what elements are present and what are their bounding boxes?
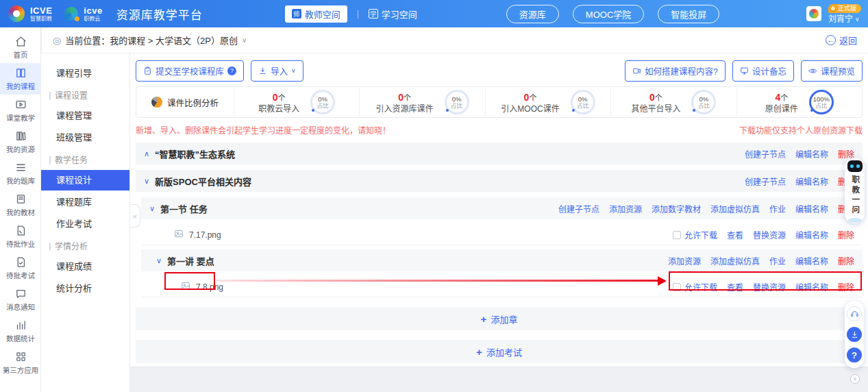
chevron-down-icon[interactable]: ∨ [156,256,162,265]
how-to-build-content-button[interactable]: 如何搭建课程内容? [625,60,726,82]
sidebar-item-home[interactable]: 首页 [0,32,41,63]
sidebar-item-pending-exams[interactable]: 待批考试 [0,252,41,284]
delete-link[interactable]: 删除 [838,255,854,267]
breadcrumb[interactable]: 我的课程 > 大学语文（2P）原创 [110,34,238,47]
sidebar-item-classroom-teaching[interactable]: 课堂教学 [0,95,41,126]
submit-to-school-library-button[interactable]: 提交至学校课程库 ? [136,60,244,82]
chevron-down-icon[interactable]: ∨ [242,36,247,44]
edit-name-link[interactable]: 编辑名称 [795,281,828,293]
add-resource-link[interactable]: 添加资源 [609,203,642,215]
homework-link[interactable]: 作业 [769,203,786,215]
location-pin-icon: ◎ [53,35,61,46]
sidebar-collapse-button[interactable]: « [130,204,140,228]
header-quick-links: 资源库 MOOC学院 智能投屏 [506,5,719,23]
mooc-college-button[interactable]: MOOC学院 [573,5,644,23]
teacher-space-icon: 师 [292,9,301,19]
eye-icon [808,66,817,75]
student-space-label: 学习空间 [382,8,417,21]
floating-action-stack: ? [845,301,864,368]
submenu-course-design[interactable]: 课程设计 [41,170,129,191]
stat-cell-resource-lib: 0个 引入资源库课件 0% 占比 [359,87,484,117]
stat-cell-other-platform: 0个 其他平台导入 0% 占比 [610,87,736,117]
smart-cast-button[interactable]: 智能投屏 [658,5,719,23]
submenu-course-question-bank[interactable]: 课程题库 [41,192,129,212]
checkbox-icon [673,283,681,291]
close-floating-button[interactable]: × [850,374,860,384]
design-memo-button[interactable]: 设计备忘 [732,60,794,82]
image-file-icon [174,229,184,241]
delete-link[interactable]: 删除 [838,281,854,293]
subsection-title: 第一讲 要点 [167,254,214,267]
sidebar-item-third-party-apps[interactable]: 第三方应用 [0,347,41,378]
allow-download-checkbox[interactable]: 允许下载 [673,229,717,241]
edit-name-link[interactable]: 编辑名称 [795,229,828,241]
add-chapter-row[interactable]: + 添加章 [136,307,863,330]
edit-name-link[interactable]: 编辑名称 [795,148,828,160]
plus-icon: + [481,313,487,325]
submenu-group-teaching-tasks: 教学任务 [41,151,129,170]
create-child-node-link[interactable]: 创建子节点 [745,175,786,187]
avatar[interactable] [806,6,821,21]
add-exam-row[interactable]: + 添加考试 [136,340,863,363]
replace-resource-link[interactable]: 替换资源 [753,229,786,241]
help-button[interactable]: ? [847,347,862,363]
add-resource-link[interactable]: 添加资源 [668,255,701,267]
user-menu[interactable]: 刘宵宁 ∨ [828,15,860,23]
student-space-tab[interactable]: 学 学习空间 [369,8,417,21]
back-label: 返回 [839,34,857,47]
help-tooltip-icon[interactable]: ? [227,66,236,75]
submenu-homework-exams[interactable]: 作业考试 [41,214,129,234]
submenu-course-grades[interactable]: 课程成绩 [41,256,129,277]
import-dropdown-button[interactable]: 导入 ∨ [251,60,303,82]
create-child-node-link[interactable]: 创建子节点 [745,148,786,160]
chapter-title: “智慧职教”生态系统 [155,147,235,160]
teacher-space-tab[interactable]: 师 教师空间 [285,5,347,23]
edit-name-link[interactable]: 编辑名称 [795,203,828,215]
submenu-class-management[interactable]: 班级管理 [41,127,129,148]
sidebar-item-statistics[interactable]: 数据统计 [0,315,41,347]
percent-ring-full: 100% 占比 [809,90,834,114]
add-digital-textbook-link[interactable]: 添加数字教材 [652,203,701,215]
platform-title: 资源库教学平台 [116,5,203,23]
resource-library-button[interactable]: 资源库 [506,5,559,23]
allow-download-checkbox[interactable]: 允许下载 [673,281,717,293]
sidebar-item-textbooks[interactable]: 我的教材 [0,189,41,221]
submenu-course-guide[interactable]: 课程引导 [41,63,129,84]
sidebar-item-my-resources[interactable]: 我的资源 [0,126,41,158]
download-center-button[interactable] [847,327,862,342]
customer-service-button[interactable] [847,306,862,321]
edit-name-link[interactable]: 编辑名称 [795,255,828,267]
edition-badge: 正式版 [828,4,861,13]
space-separator: | [357,9,359,19]
add-virtual-simulation-link[interactable]: 添加虚拟仿真 [710,255,760,267]
view-link[interactable]: 查看 [727,229,743,241]
course-preview-button[interactable]: 课程预览 [801,60,863,82]
exam-icon [15,256,27,268]
homework-link[interactable]: 作业 [769,255,786,267]
assistant-label: 职教一问 [851,175,859,215]
sidebar-item-question-bank[interactable]: 我的题库 [0,158,41,189]
sidebar-item-notifications[interactable]: 消息通知 [0,284,41,315]
icve-swirl-logo-icon [8,5,25,22]
brand-primary: ICVE 智慧职教 icve 职教云 资源库教学平台 [0,5,203,23]
chevron-down-icon[interactable]: ∨ [149,204,155,213]
question-icon: ? [852,350,857,360]
back-button[interactable]: ← 返回 [826,34,857,47]
back-arrow-icon: ← [826,35,836,45]
chevron-up-icon[interactable]: ∧ [144,149,149,158]
percent-ring: 0% 占比 [691,90,716,114]
submenu-statistical-analysis[interactable]: 统计分析 [41,278,129,299]
sidebar-item-pending-homework[interactable]: 待批作业 [0,221,41,252]
sidebar-item-my-courses[interactable]: 我的课程 [0,63,41,95]
create-child-node-link[interactable]: 创建子节点 [558,203,599,215]
chevron-down-icon[interactable]: ∨ [144,177,149,186]
replace-resource-link[interactable]: 替换资源 [753,281,786,293]
edit-name-link[interactable]: 编辑名称 [795,175,828,187]
assistant-widget[interactable]: 职教一问 [845,158,865,223]
secondary-sidebar: 课程引导 课程设置 课程管理 班级管理 教学任务 课程设计 课程题库 作业考试 … [41,53,130,392]
delete-link[interactable]: 删除 [838,229,854,241]
add-virtual-simulation-link[interactable]: 添加虚拟仿真 [710,203,760,215]
resource-name: 7.8.png [196,282,223,292]
submenu-course-management[interactable]: 课程管理 [41,106,129,126]
view-link[interactable]: 查看 [727,281,743,293]
